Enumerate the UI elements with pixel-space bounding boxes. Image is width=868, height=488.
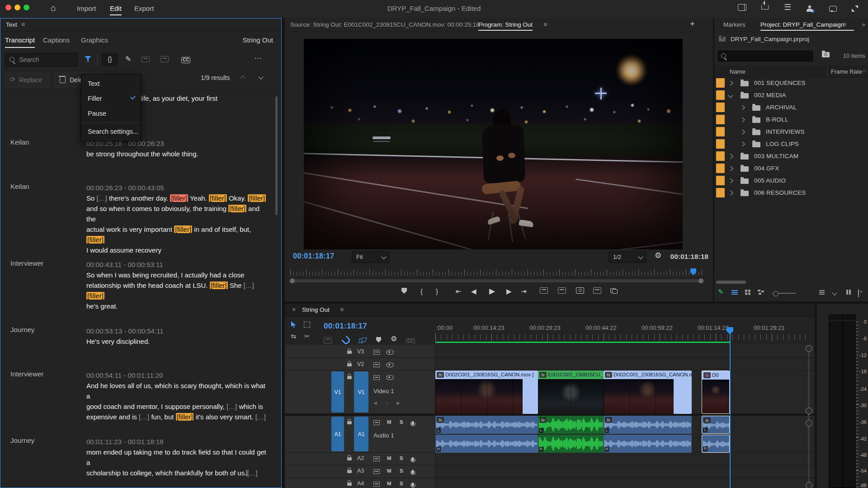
track-lock-icon[interactable] <box>347 480 352 487</box>
track-header-a2[interactable]: A2MS <box>285 453 435 465</box>
voiceover-record-icon[interactable] <box>411 455 414 463</box>
filler-highlight[interactable]: [filler] <box>176 413 194 421</box>
scroll-knob[interactable] <box>806 345 812 352</box>
replace-button[interactable]: ⟳ Replace <box>5 73 49 87</box>
column-divider[interactable] <box>827 66 828 77</box>
filler-highlight[interactable]: [filler] <box>86 292 104 300</box>
step-forward-icon[interactable]: ▶ <box>506 287 512 296</box>
selection-tool[interactable] <box>288 319 299 330</box>
play-icon[interactable]: ▶ <box>489 286 495 296</box>
filter-icon[interactable] <box>85 56 91 62</box>
comparison-view-icon[interactable] <box>610 287 618 295</box>
tab-export[interactable]: Export <box>134 5 154 12</box>
minimize-window-button[interactable] <box>14 5 20 10</box>
search-bin-icon[interactable] <box>822 52 830 57</box>
filler-highlight[interactable]: [filler] <box>228 205 246 212</box>
panel-menu-icon[interactable]: ≡ <box>21 21 25 28</box>
solo-button[interactable]: S <box>400 419 403 425</box>
timeline-clip-audio[interactable]: fxL <box>538 416 604 434</box>
track-name[interactable]: A2 <box>357 455 364 461</box>
tab-transcript[interactable]: Transcript <box>5 36 35 44</box>
filter-menu-item-pause[interactable]: Pause <box>81 106 141 121</box>
track-lock-icon[interactable] <box>347 455 352 462</box>
track-lock-icon[interactable] <box>347 361 352 368</box>
close-window-button[interactable] <box>5 5 11 10</box>
sync-lock-icon[interactable] <box>373 361 380 369</box>
extract-icon[interactable] <box>558 287 566 295</box>
bin-row-interviews[interactable]: INTERVIEWS <box>714 126 868 138</box>
sync-lock-icon[interactable] <box>373 349 380 356</box>
transcript-scrollbar[interactable] <box>275 96 278 215</box>
maximize-window-button[interactable] <box>24 5 29 10</box>
linked-selection-icon[interactable] <box>359 337 366 344</box>
text-panel-tab[interactable]: Text <box>6 21 17 28</box>
track-lock-icon[interactable] <box>347 467 352 474</box>
timeline-settings-icon[interactable]: ⚙ <box>391 334 397 343</box>
go-to-in-icon[interactable]: ⇤ <box>456 287 462 296</box>
collapse-icon[interactable] <box>728 93 733 98</box>
panel-menu-icon[interactable]: ≡ <box>543 21 547 28</box>
track-name-label[interactable]: Video 1 <box>373 388 394 394</box>
panel-menu-icon[interactable]: ≡ <box>340 306 344 313</box>
sync-lock-icon[interactable] <box>373 374 380 381</box>
track-lock-icon[interactable] <box>347 348 352 355</box>
bin-color-label[interactable] <box>716 103 725 112</box>
bin-color-label[interactable] <box>716 127 725 136</box>
razor-tool[interactable]: ✂ <box>301 331 313 342</box>
playback-resolution-select[interactable]: 1/2 <box>609 251 646 263</box>
overwrite-to-timeline-icon[interactable] <box>160 56 169 62</box>
mute-button[interactable]: M <box>387 419 392 425</box>
bin-color-label[interactable] <box>716 78 725 88</box>
insert-icon[interactable] <box>593 287 601 295</box>
create-captions-icon[interactable]: CC <box>181 56 190 63</box>
fx-badge[interactable]: fx <box>437 372 444 378</box>
mute-button[interactable]: M <box>387 468 392 474</box>
sync-lock-icon[interactable] <box>373 481 380 488</box>
track-select-tool[interactable] <box>301 319 313 330</box>
mark-out-icon[interactable]: } <box>436 287 438 295</box>
expand-icon[interactable] <box>740 105 745 110</box>
filler-highlight[interactable]: [filler] <box>174 225 192 233</box>
fx-badge[interactable]: fx <box>703 372 711 378</box>
audio-meter-bars[interactable] <box>829 314 856 488</box>
bin-row-archival[interactable]: ARCHIVAL <box>714 101 868 113</box>
track-header-a4[interactable]: A4MS <box>285 478 435 488</box>
expand-icon[interactable] <box>728 178 733 183</box>
bin-row-002-media[interactable]: 002 MEDIA <box>714 89 868 101</box>
expand-icon[interactable] <box>728 154 733 159</box>
v1-lane[interactable]: fxD002C001_230816SG_CANON.mov [fxE001C00… <box>435 371 808 414</box>
tab-program-monitor[interactable]: Program: String Out <box>478 21 533 28</box>
step-back-icon[interactable]: ◀ <box>471 287 476 296</box>
expand-icon[interactable] <box>740 117 745 122</box>
a1-lane-left[interactable]: fxLfxLfxLfxL <box>435 416 808 434</box>
track-header-v2[interactable]: V2 <box>285 358 435 370</box>
nest-sequence-icon[interactable] <box>324 337 332 343</box>
voiceover-record-icon[interactable] <box>411 419 414 427</box>
timeline-clip-video[interactable]: fxD0 <box>702 371 730 414</box>
add-marker-icon[interactable] <box>401 287 407 295</box>
tab-edit[interactable]: Edit <box>110 5 122 12</box>
project-hscrollbar[interactable] <box>714 280 868 284</box>
go-to-out-icon[interactable]: ⇥ <box>521 287 527 296</box>
tab-captions[interactable]: Captions <box>43 36 70 44</box>
toggle-track-output-icon[interactable] <box>386 361 394 369</box>
more-options-icon[interactable]: ... <box>255 52 262 61</box>
bin-color-label[interactable] <box>716 151 725 161</box>
timeline-clip-video[interactable]: fxD002C001_230816SG_CANON.mov [ <box>435 371 538 414</box>
timeline-clip-audio[interactable]: R <box>702 435 730 453</box>
track-header-v1[interactable]: V1V1Video 1◀ ○ ▶ <box>285 371 435 413</box>
filler-highlight[interactable]: [filler] <box>86 236 104 244</box>
transcript-text[interactable]: 00:00:26:23 - 00:00:43:05So […] there's … <box>86 183 271 255</box>
bin-color-label[interactable] <box>716 176 725 185</box>
track-header-v3[interactable]: V3 <box>285 345 435 357</box>
expand-icon[interactable] <box>728 166 733 171</box>
bin-row-001-sequences[interactable]: 001 SEQUENCES <box>714 77 868 89</box>
fx-badge[interactable]: fx <box>703 418 711 423</box>
sync-lock-icon[interactable] <box>373 455 380 463</box>
source-patch-v1[interactable]: V1 <box>331 371 344 413</box>
filter-menu-item-filler[interactable]: Filler <box>81 91 141 106</box>
tab-source-monitor[interactable]: Source: String Out: E001C002_230815CU_CA… <box>290 21 480 28</box>
target-track-v1[interactable]: V1 <box>354 371 368 413</box>
voiceover-record-icon[interactable] <box>411 481 414 488</box>
filler-highlight-current[interactable]: [filler] <box>170 194 188 202</box>
